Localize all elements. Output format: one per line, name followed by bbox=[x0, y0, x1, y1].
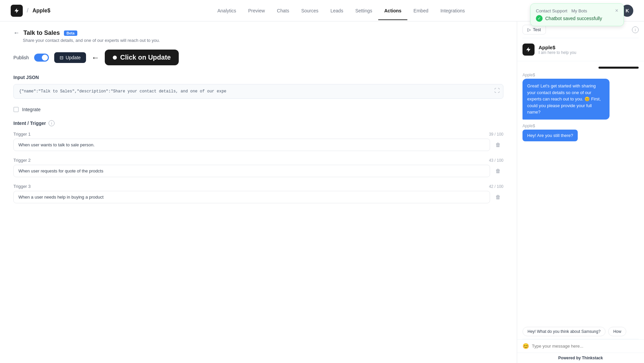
play-icon: ▷ bbox=[528, 27, 531, 32]
integrate-row: Integrate bbox=[13, 107, 503, 112]
chat-messages: Apple$ Great! Let's get started with sha… bbox=[517, 61, 644, 324]
app-name: Apple$ bbox=[32, 8, 50, 14]
input-json-label: Input JSON bbox=[13, 75, 503, 80]
update-icon: ⊟ bbox=[60, 55, 64, 60]
trigger-2-count: 43 / 100 bbox=[489, 158, 503, 163]
toast-links: Contact Support My Bots bbox=[536, 8, 587, 13]
dark-bar-decoration bbox=[598, 67, 639, 69]
toast-notification: Contact Support My Bots × ✓ Chatbot save… bbox=[530, 3, 624, 26]
breadcrumb-slash: / bbox=[27, 7, 28, 14]
chat-bot-avatar bbox=[522, 44, 535, 56]
click-tooltip: Click on Update bbox=[105, 50, 179, 65]
intent-info-icon[interactable]: i bbox=[49, 120, 55, 126]
beta-badge: Beta bbox=[64, 30, 77, 36]
trigger-2-label: Trigger 2 bbox=[13, 158, 31, 163]
chat-bot-subtitle: I am here to help you bbox=[539, 50, 576, 55]
nav-actions[interactable]: Actions bbox=[378, 1, 407, 20]
tooltip-dot bbox=[113, 56, 117, 60]
publish-row: Publish ⊟ Update ← Click on Update bbox=[13, 50, 503, 65]
page-title: Talk to Sales bbox=[23, 29, 60, 37]
expand-icon[interactable]: ⛶ bbox=[494, 88, 500, 94]
trigger-2-delete-button[interactable]: 🗑 bbox=[493, 166, 503, 176]
trigger-3-count: 42 / 100 bbox=[489, 184, 503, 189]
toast-header: Contact Support My Bots × bbox=[536, 8, 618, 14]
my-bots-link[interactable]: My Bots bbox=[571, 8, 587, 13]
nav-embed[interactable]: Embed bbox=[407, 1, 434, 20]
chat-bot-logo bbox=[525, 46, 532, 53]
json-input-box[interactable]: {"name":"Talk to Sales","description":"S… bbox=[13, 84, 503, 99]
tooltip-arrow: ← bbox=[91, 53, 99, 62]
app-logo[interactable] bbox=[11, 5, 23, 17]
logo-icon bbox=[13, 7, 20, 14]
nav-leads[interactable]: Leads bbox=[324, 1, 349, 20]
page-subtitle: Share your contact details, and one of o… bbox=[23, 38, 503, 43]
trigger-1-count: 39 / 100 bbox=[489, 132, 503, 137]
trigger-1-input-row: 🗑 bbox=[13, 139, 503, 151]
message-2-sender: Apple$ bbox=[522, 124, 639, 128]
nav-chats[interactable]: Chats bbox=[271, 1, 295, 20]
test-label: Test bbox=[533, 27, 541, 32]
nav-preview[interactable]: Preview bbox=[242, 1, 271, 20]
test-button[interactable]: ▷ Test bbox=[522, 25, 546, 34]
trigger-1-input[interactable] bbox=[13, 139, 490, 151]
suggestion-chip-2[interactable]: How bbox=[608, 327, 626, 336]
chat-input[interactable] bbox=[532, 344, 639, 349]
trigger-3-label: Trigger 3 bbox=[13, 184, 31, 189]
suggestion-chip-1[interactable]: Hey! What do you think about Samsung? bbox=[522, 327, 606, 336]
success-icon: ✓ bbox=[536, 15, 543, 22]
trigger-2-block: Trigger 2 43 / 100 🗑 bbox=[13, 158, 503, 177]
trigger-1-block: Trigger 1 39 / 100 🗑 bbox=[13, 132, 503, 151]
publish-label: Publish bbox=[13, 55, 29, 60]
right-panel: ▷ Test i Apple$ I am here to help you Ap… bbox=[517, 21, 644, 363]
toast-message: Chatbot saved successfully bbox=[545, 16, 602, 21]
message-2: Apple$ Hey! Are you still there? bbox=[522, 124, 639, 141]
powered-by-brand: Thinkstack bbox=[582, 356, 603, 360]
trigger-2-label-row: Trigger 2 43 / 100 bbox=[13, 158, 503, 163]
trigger-1-label: Trigger 1 bbox=[13, 132, 31, 137]
integrate-checkbox[interactable] bbox=[13, 107, 19, 112]
trigger-1-delete-button[interactable]: 🗑 bbox=[493, 140, 503, 150]
left-panel: ← Talk to Sales Beta Share your contact … bbox=[0, 21, 517, 363]
back-row: ← Talk to Sales Beta bbox=[13, 29, 503, 37]
toast-body: ✓ Chatbot saved successfully bbox=[536, 15, 618, 22]
publish-toggle[interactable] bbox=[34, 54, 49, 62]
trigger-3-delete-button[interactable]: 🗑 bbox=[493, 192, 503, 203]
message-2-bubble: Hey! Are you still there? bbox=[522, 130, 578, 141]
intent-trigger-row: Intent / Trigger i bbox=[13, 120, 503, 126]
nav-settings[interactable]: Settings bbox=[349, 1, 378, 20]
chat-suggestions: Hey! What do you think about Samsung? Ho… bbox=[517, 324, 644, 339]
trigger-3-label-row: Trigger 3 42 / 100 bbox=[13, 184, 503, 189]
header: / Apple$ Analytics Preview Chats Sources… bbox=[0, 0, 644, 21]
nav-analytics[interactable]: Analytics bbox=[211, 1, 242, 20]
back-button[interactable]: ← bbox=[13, 29, 19, 37]
trigger-3-block: Trigger 3 42 / 100 🗑 bbox=[13, 184, 503, 203]
trigger-3-input[interactable] bbox=[13, 191, 490, 203]
chat-header: Apple$ I am here to help you bbox=[517, 38, 644, 61]
chat-info-icon[interactable]: i bbox=[632, 26, 639, 33]
chat-input-area: 😊 bbox=[517, 339, 644, 353]
chat-bot-info: Apple$ I am here to help you bbox=[539, 45, 576, 55]
toast-close-button[interactable]: × bbox=[615, 8, 618, 14]
toggle-thumb bbox=[42, 55, 48, 61]
nav-sources[interactable]: Sources bbox=[295, 1, 324, 20]
emoji-icon[interactable]: 😊 bbox=[522, 343, 529, 349]
intent-trigger-label: Intent / Trigger bbox=[13, 121, 46, 126]
message-1-bubble: Great! Let's get started with sharing yo… bbox=[522, 79, 610, 120]
logo-area: / Apple$ bbox=[11, 5, 50, 17]
trigger-2-input-row: 🗑 bbox=[13, 165, 503, 177]
json-value: {"name":"Talk to Sales","description":"S… bbox=[19, 89, 226, 94]
main-layout: ← Talk to Sales Beta Share your contact … bbox=[0, 21, 644, 363]
nav-integrations[interactable]: Integrations bbox=[434, 1, 471, 20]
integrate-label: Integrate bbox=[22, 107, 41, 112]
message-1-sender: Apple$ bbox=[522, 73, 639, 77]
message-1: Apple$ Great! Let's get started with sha… bbox=[522, 73, 639, 120]
contact-support-link[interactable]: Contact Support bbox=[536, 8, 567, 13]
chat-bot-name: Apple$ bbox=[539, 45, 576, 50]
powered-by: Powered by Thinkstack bbox=[517, 353, 644, 363]
update-btn-label: Update bbox=[66, 55, 81, 60]
powered-by-text: Powered by bbox=[558, 356, 582, 360]
update-button[interactable]: ⊟ Update bbox=[54, 52, 86, 63]
trigger-2-input[interactable] bbox=[13, 165, 490, 177]
trigger-3-input-row: 🗑 bbox=[13, 191, 503, 203]
trigger-1-label-row: Trigger 1 39 / 100 bbox=[13, 132, 503, 137]
